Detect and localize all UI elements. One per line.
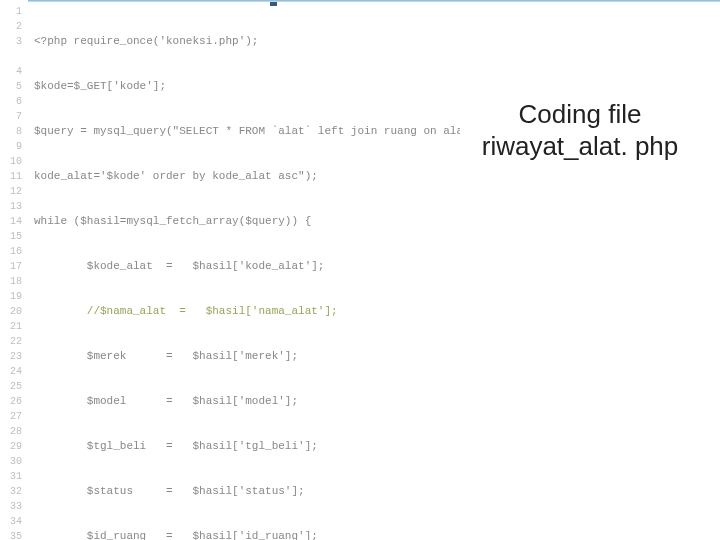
line-number: 13 <box>0 199 22 214</box>
line-number: 10 <box>0 154 22 169</box>
line-number: 19 <box>0 289 22 304</box>
caption-line: riwayat_alat. php <box>482 131 679 161</box>
line-number <box>0 49 22 64</box>
code-line: kode_alat='$kode' order by kode_alat asc… <box>34 169 720 184</box>
code-line: while ($hasil=mysql_fetch_array($query))… <box>34 214 720 229</box>
code-editor: 1 2 3 4 5 6 7 8 9 10 11 12 13 14 15 16 1… <box>0 0 720 540</box>
line-number: 26 <box>0 394 22 409</box>
line-number: 24 <box>0 364 22 379</box>
line-number: 23 <box>0 349 22 364</box>
line-number: 34 <box>0 514 22 529</box>
line-number: 12 <box>0 184 22 199</box>
line-number: 2 <box>0 19 22 34</box>
code-line: //$nama_alat = $hasil['nama_alat']; <box>34 304 720 319</box>
line-number: 15 <box>0 229 22 244</box>
line-number: 31 <box>0 469 22 484</box>
line-number: 22 <box>0 334 22 349</box>
line-number: 30 <box>0 454 22 469</box>
line-number: 8 <box>0 124 22 139</box>
code-line: $kode_alat = $hasil['kode_alat']; <box>34 259 720 274</box>
line-number: 9 <box>0 139 22 154</box>
slide-caption: Coding file riwayat_alat. php <box>460 90 700 170</box>
line-number: 27 <box>0 409 22 424</box>
line-number: 28 <box>0 424 22 439</box>
code-line: $model = $hasil['model']; <box>34 394 720 409</box>
line-number: 17 <box>0 259 22 274</box>
line-number: 33 <box>0 499 22 514</box>
line-number: 4 <box>0 64 22 79</box>
line-number: 3 <box>0 34 22 49</box>
line-number: 1 <box>0 4 22 19</box>
line-number: 16 <box>0 244 22 259</box>
code-line: <?php require_once('koneksi.php'); <box>34 34 720 49</box>
code-line: $status = $hasil['status']; <box>34 484 720 499</box>
line-number: 20 <box>0 304 22 319</box>
line-number: 21 <box>0 319 22 334</box>
line-number: 18 <box>0 274 22 289</box>
line-number: 35 <box>0 529 22 540</box>
caption-line: Coding file <box>519 99 642 129</box>
line-number: 7 <box>0 109 22 124</box>
line-number: 14 <box>0 214 22 229</box>
line-number: 29 <box>0 439 22 454</box>
line-number: 6 <box>0 94 22 109</box>
line-number: 32 <box>0 484 22 499</box>
code-line: $id_ruang = $hasil['id_ruang']; <box>34 529 720 540</box>
line-number: 11 <box>0 169 22 184</box>
code-area[interactable]: <?php require_once('koneksi.php'); $kode… <box>28 0 720 540</box>
line-number: 25 <box>0 379 22 394</box>
code-line: $merek = $hasil['merek']; <box>34 349 720 364</box>
code-line: $tgl_beli = $hasil['tgl_beli']; <box>34 439 720 454</box>
line-number: 5 <box>0 79 22 94</box>
line-number-gutter: 1 2 3 4 5 6 7 8 9 10 11 12 13 14 15 16 1… <box>0 0 28 540</box>
